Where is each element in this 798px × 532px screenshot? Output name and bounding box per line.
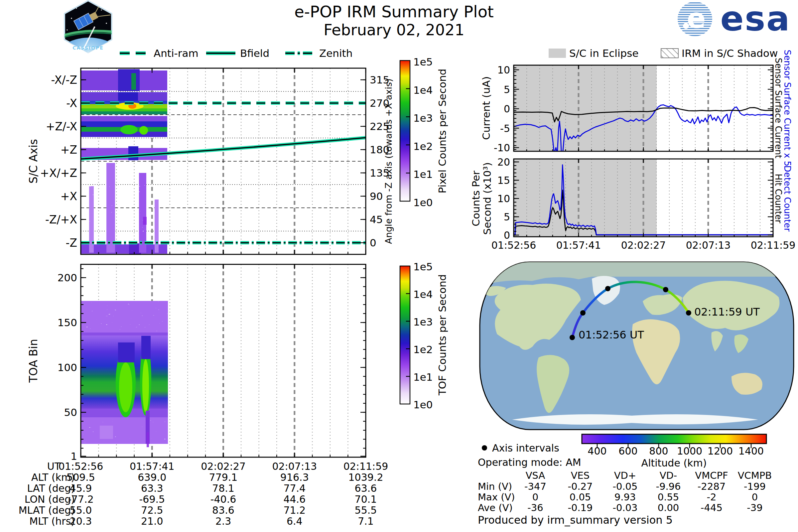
pixel-counts-colorbar bbox=[400, 60, 410, 201]
voltage-value: 0.00 bbox=[658, 502, 679, 513]
ephemeris-value: 509.5 bbox=[66, 472, 95, 483]
voltage-row-label: Min (V) bbox=[478, 481, 512, 492]
ephemeris-row-label: MLAT (deg) bbox=[19, 505, 75, 516]
esa-logo: e esa bbox=[678, 0, 791, 39]
counts-ytick: 10 bbox=[497, 193, 510, 205]
ephemeris-value: 916.3 bbox=[280, 472, 309, 483]
right-time-tick: 02:11:59 bbox=[751, 240, 796, 251]
eclipse-region-current-plot bbox=[514, 65, 657, 151]
altitude-tick: 800 bbox=[649, 445, 668, 457]
svg-text:CASSIOPE: CASSIOPE bbox=[73, 45, 104, 51]
tof-colorbar-tick: 1e1 bbox=[413, 371, 433, 383]
ephemeris-value: 78.1 bbox=[212, 482, 234, 494]
eclipse-region-counts-plot bbox=[514, 159, 657, 237]
sensor-surface-current-label: Sensor Surface Current bbox=[773, 58, 783, 158]
current-ytick: 5 bbox=[504, 83, 510, 95]
voltage-value: -2 bbox=[707, 491, 717, 503]
shadow-legend-label: IRM in S/C Shadow bbox=[682, 47, 778, 59]
pixel-colorbar-tick: 1e1 bbox=[413, 168, 433, 180]
right-time-tick: 02:02:27 bbox=[621, 240, 666, 251]
ephemeris-row-label: LAT (deg) bbox=[27, 482, 75, 494]
pixel-colorbar-tick: 1e3 bbox=[413, 112, 433, 124]
ephemeris-value: 71.2 bbox=[283, 505, 306, 516]
ephemeris-value: 63.3 bbox=[141, 482, 163, 494]
tof-counts-colorbar-title: TOF Counts per Second bbox=[436, 274, 448, 396]
toa-ytick: 200 bbox=[58, 272, 77, 284]
current-ytick: 0 bbox=[504, 103, 510, 115]
sc-axis-spectrogram bbox=[81, 69, 167, 254]
tof-colorbar-tick: 1e0 bbox=[413, 399, 433, 411]
sc-axis-ytick: +X/+Z bbox=[40, 167, 77, 179]
detect-counter-label: Detect Counter bbox=[782, 166, 792, 232]
counts-ytick: 20 bbox=[497, 156, 510, 168]
operating-mode-label: Operating mode: AM bbox=[478, 457, 581, 468]
voltage-value: 0.05 bbox=[570, 491, 591, 503]
track-start-label: 01:52:56 UT bbox=[578, 328, 644, 341]
ut-time-value: 01:57:41 bbox=[130, 460, 174, 472]
ephemeris-row-label: MLT (hrs) bbox=[29, 515, 75, 527]
ut-time-value: 01:52:56 bbox=[58, 460, 103, 472]
ephemeris-value: 6.4 bbox=[287, 515, 303, 527]
angle-axis-tick: 45 bbox=[370, 213, 383, 225]
track-end-label: 02:11:59 UT bbox=[694, 306, 760, 318]
legend-zenith-label: Zenith bbox=[319, 47, 353, 59]
current-ytick: -5 bbox=[500, 122, 510, 134]
page-date: February 02, 2021 bbox=[324, 21, 464, 39]
voltage-column-header: VMCPF bbox=[695, 470, 728, 481]
toa-ytick: 50 bbox=[64, 406, 77, 418]
altitude-tick: 400 bbox=[588, 445, 607, 457]
counts-ytick: 15 bbox=[497, 174, 510, 186]
voltage-value: -0.05 bbox=[612, 481, 638, 492]
ephemeris-value: 70.1 bbox=[355, 493, 377, 505]
pixel-colorbar-tick: 1e4 bbox=[413, 84, 433, 96]
angle-axis-tick: 135 bbox=[370, 167, 390, 179]
ephemeris-value: 779.1 bbox=[209, 472, 238, 483]
voltage-column-header: VSA bbox=[526, 470, 545, 481]
page-title: e-POP IRM Summary Plot bbox=[294, 2, 494, 21]
altitude-tick: 1200 bbox=[707, 445, 733, 457]
ephemeris-value: 55.5 bbox=[355, 505, 377, 516]
angle-axis-tick: 0 bbox=[370, 237, 376, 249]
altitude-tick: 1400 bbox=[739, 445, 764, 457]
pixel-colorbar-tick: 1e0 bbox=[413, 196, 433, 208]
legend-bfield-label: Bfield bbox=[240, 47, 269, 59]
shadow-legend-swatch bbox=[661, 49, 678, 58]
voltage-column-header: VES bbox=[571, 470, 590, 481]
current-ylabel: Current (uA) bbox=[480, 76, 492, 140]
voltage-row-label: Ave (V) bbox=[478, 502, 513, 513]
voltage-value: 0 bbox=[752, 491, 758, 503]
ephemeris-value: -40.6 bbox=[210, 493, 236, 505]
right-time-tick: 02:07:13 bbox=[686, 240, 731, 251]
voltage-column-header: VD+ bbox=[614, 470, 636, 481]
altitude-tick: 1000 bbox=[677, 445, 702, 457]
svg-text:esa: esa bbox=[720, 0, 791, 39]
sc-axis-ytick: +Z/-X bbox=[46, 120, 77, 133]
altitude-colorbar-label: Altitude (km) bbox=[641, 457, 707, 469]
sensor-surface-current-x5-label: Sensor Surface Current x 5 bbox=[782, 50, 792, 167]
sc-axis-ytick: -X/-Z bbox=[51, 74, 77, 87]
ephemeris-value: 21.0 bbox=[141, 515, 163, 527]
ephemeris-value: 55.0 bbox=[70, 505, 92, 516]
tof-colorbar-tick: 1e2 bbox=[413, 343, 433, 356]
voltage-value: -347 bbox=[524, 481, 546, 492]
voltage-column-header: VCMPB bbox=[738, 470, 772, 481]
eclipse-legend-label: S/C in Eclipse bbox=[569, 47, 639, 59]
counts-ylabel: Counts PerSecond (x10³) bbox=[470, 162, 493, 235]
voltage-value: -39 bbox=[747, 502, 762, 513]
angle-axis-tick: 225 bbox=[370, 120, 390, 132]
sc-axis-ylabel: S/C Axis bbox=[27, 139, 40, 184]
ephemeris-value: 45.9 bbox=[70, 482, 92, 494]
voltage-row-label: Max (V) bbox=[478, 491, 515, 503]
ut-time-value: 02:11:59 bbox=[343, 460, 388, 472]
angle-axis-tick: 270 bbox=[370, 97, 390, 109]
voltage-value: -0.03 bbox=[612, 502, 638, 513]
tof-colorbar-tick: 1e4 bbox=[413, 288, 433, 300]
angle-axis-tick: 90 bbox=[370, 190, 383, 202]
voltage-value: -445 bbox=[701, 502, 723, 513]
voltage-value: 9.93 bbox=[614, 491, 636, 503]
hit-counter-label: Hit Counter bbox=[773, 174, 783, 223]
toa-ytick: 100 bbox=[58, 361, 77, 374]
tof-counts-colorbar bbox=[400, 266, 410, 404]
axis-intervals-label: Axis intervals bbox=[492, 442, 559, 454]
tof-colorbar-tick: 1e5 bbox=[413, 261, 433, 273]
